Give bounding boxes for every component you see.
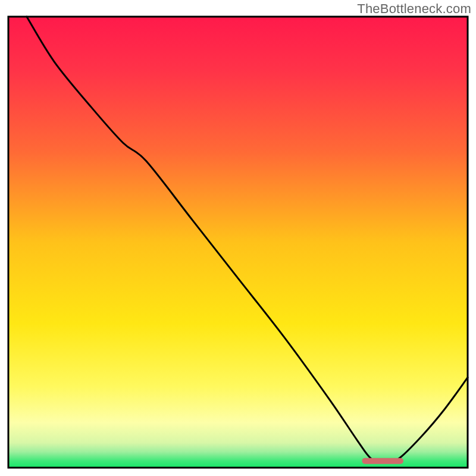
recommended-marker	[362, 458, 403, 464]
watermark-text: TheBottleneck.com	[357, 1, 471, 17]
plot-background	[8, 17, 468, 468]
bottleneck-chart	[0, 0, 476, 476]
chart-frame: TheBottleneck.com	[0, 0, 476, 476]
